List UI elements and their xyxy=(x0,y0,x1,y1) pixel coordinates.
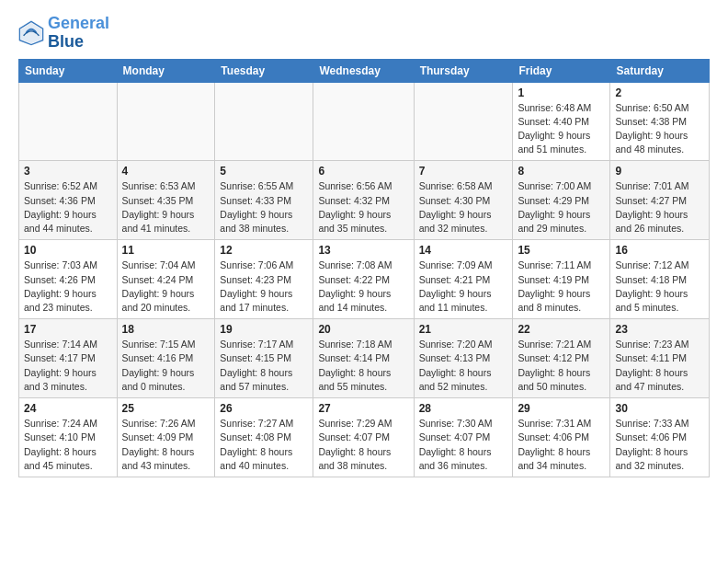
calendar-cell: 23Sunrise: 7:23 AM Sunset: 4:11 PM Dayli… xyxy=(610,319,710,398)
day-info: Sunrise: 6:58 AM Sunset: 4:30 PM Dayligh… xyxy=(419,179,508,236)
day-number: 29 xyxy=(518,402,605,415)
day-number: 10 xyxy=(24,244,112,257)
day-info: Sunrise: 7:24 AM Sunset: 4:10 PM Dayligh… xyxy=(24,417,112,473)
day-number: 27 xyxy=(318,402,408,415)
calendar-week-4: 17Sunrise: 7:14 AM Sunset: 4:17 PM Dayli… xyxy=(19,319,710,398)
day-info: Sunrise: 7:21 AM Sunset: 4:12 PM Dayligh… xyxy=(518,338,605,394)
day-number: 22 xyxy=(518,323,605,336)
day-number: 15 xyxy=(518,244,605,257)
day-number: 7 xyxy=(419,165,508,178)
day-info: Sunrise: 7:26 AM Sunset: 4:09 PM Dayligh… xyxy=(122,417,210,473)
header: GeneralBlue xyxy=(18,15,710,52)
calendar-cell: 9Sunrise: 7:01 AM Sunset: 4:27 PM Daylig… xyxy=(610,161,710,240)
day-number: 3 xyxy=(24,165,112,178)
calendar-cell: 1Sunrise: 6:48 AM Sunset: 4:40 PM Daylig… xyxy=(513,82,610,161)
page-container: GeneralBlue SundayMondayTuesdayWednesday… xyxy=(0,0,728,487)
day-number: 21 xyxy=(419,323,508,336)
day-info: Sunrise: 7:23 AM Sunset: 4:11 PM Dayligh… xyxy=(615,338,704,394)
weekday-header-wednesday: Wednesday xyxy=(313,59,414,82)
day-number: 17 xyxy=(24,323,112,336)
calendar-table: SundayMondayTuesdayWednesdayThursdayFrid… xyxy=(18,59,710,477)
calendar-cell xyxy=(313,82,414,161)
calendar-week-3: 10Sunrise: 7:03 AM Sunset: 4:26 PM Dayli… xyxy=(19,240,710,319)
logo-text: GeneralBlue xyxy=(48,15,109,52)
calendar-cell: 18Sunrise: 7:15 AM Sunset: 4:16 PM Dayli… xyxy=(117,319,215,398)
day-number: 28 xyxy=(419,402,508,415)
calendar-cell: 6Sunrise: 6:56 AM Sunset: 4:32 PM Daylig… xyxy=(313,161,414,240)
calendar-cell: 21Sunrise: 7:20 AM Sunset: 4:13 PM Dayli… xyxy=(414,319,513,398)
day-number: 30 xyxy=(615,402,704,415)
day-number: 4 xyxy=(122,165,210,178)
calendar-cell: 11Sunrise: 7:04 AM Sunset: 4:24 PM Dayli… xyxy=(117,240,215,319)
calendar-cell: 29Sunrise: 7:31 AM Sunset: 4:06 PM Dayli… xyxy=(513,398,610,477)
day-number: 9 xyxy=(615,165,704,178)
calendar-cell: 16Sunrise: 7:12 AM Sunset: 4:18 PM Dayli… xyxy=(610,240,710,319)
weekday-header-saturday: Saturday xyxy=(610,59,710,82)
calendar-cell: 13Sunrise: 7:08 AM Sunset: 4:22 PM Dayli… xyxy=(313,240,414,319)
weekday-header-tuesday: Tuesday xyxy=(215,59,313,82)
day-info: Sunrise: 7:12 AM Sunset: 4:18 PM Dayligh… xyxy=(615,259,704,315)
day-number: 23 xyxy=(615,323,704,336)
day-info: Sunrise: 7:27 AM Sunset: 4:08 PM Dayligh… xyxy=(220,417,308,473)
day-number: 5 xyxy=(220,165,308,178)
day-info: Sunrise: 6:55 AM Sunset: 4:33 PM Dayligh… xyxy=(220,179,308,236)
day-number: 13 xyxy=(318,244,408,257)
day-number: 24 xyxy=(24,402,112,415)
calendar-cell: 4Sunrise: 6:53 AM Sunset: 4:35 PM Daylig… xyxy=(117,161,215,240)
day-number: 12 xyxy=(220,244,308,257)
calendar-cell: 12Sunrise: 7:06 AM Sunset: 4:23 PM Dayli… xyxy=(215,240,313,319)
day-info: Sunrise: 7:01 AM Sunset: 4:27 PM Dayligh… xyxy=(615,179,704,236)
calendar-cell xyxy=(117,82,215,161)
weekday-header-thursday: Thursday xyxy=(414,59,513,82)
calendar-cell: 17Sunrise: 7:14 AM Sunset: 4:17 PM Dayli… xyxy=(19,319,118,398)
calendar-cell: 22Sunrise: 7:21 AM Sunset: 4:12 PM Dayli… xyxy=(513,319,610,398)
calendar-cell: 15Sunrise: 7:11 AM Sunset: 4:19 PM Dayli… xyxy=(513,240,610,319)
calendar-week-1: 1Sunrise: 6:48 AM Sunset: 4:40 PM Daylig… xyxy=(19,82,710,161)
day-info: Sunrise: 7:30 AM Sunset: 4:07 PM Dayligh… xyxy=(419,417,508,473)
calendar-week-5: 24Sunrise: 7:24 AM Sunset: 4:10 PM Dayli… xyxy=(19,398,710,477)
calendar-cell: 14Sunrise: 7:09 AM Sunset: 4:21 PM Dayli… xyxy=(414,240,513,319)
day-number: 11 xyxy=(122,244,210,257)
calendar-cell: 25Sunrise: 7:26 AM Sunset: 4:09 PM Dayli… xyxy=(117,398,215,477)
calendar-cell: 27Sunrise: 7:29 AM Sunset: 4:07 PM Dayli… xyxy=(313,398,414,477)
day-info: Sunrise: 7:03 AM Sunset: 4:26 PM Dayligh… xyxy=(24,259,112,315)
day-info: Sunrise: 7:17 AM Sunset: 4:15 PM Dayligh… xyxy=(220,338,308,394)
day-info: Sunrise: 6:53 AM Sunset: 4:35 PM Dayligh… xyxy=(122,179,210,236)
day-info: Sunrise: 6:50 AM Sunset: 4:38 PM Dayligh… xyxy=(615,101,704,157)
day-number: 19 xyxy=(220,323,308,336)
day-info: Sunrise: 7:29 AM Sunset: 4:07 PM Dayligh… xyxy=(318,417,408,473)
day-number: 25 xyxy=(122,402,210,415)
day-info: Sunrise: 6:48 AM Sunset: 4:40 PM Dayligh… xyxy=(518,101,605,157)
day-number: 2 xyxy=(615,86,704,99)
calendar-cell: 3Sunrise: 6:52 AM Sunset: 4:36 PM Daylig… xyxy=(19,161,118,240)
calendar-cell: 20Sunrise: 7:18 AM Sunset: 4:14 PM Dayli… xyxy=(313,319,414,398)
day-number: 14 xyxy=(419,244,508,257)
calendar-cell: 8Sunrise: 7:00 AM Sunset: 4:29 PM Daylig… xyxy=(513,161,610,240)
day-info: Sunrise: 7:15 AM Sunset: 4:16 PM Dayligh… xyxy=(122,338,210,394)
day-info: Sunrise: 7:00 AM Sunset: 4:29 PM Dayligh… xyxy=(518,179,605,236)
day-info: Sunrise: 7:09 AM Sunset: 4:21 PM Dayligh… xyxy=(419,259,508,315)
day-info: Sunrise: 7:20 AM Sunset: 4:13 PM Dayligh… xyxy=(419,338,508,394)
calendar-cell: 26Sunrise: 7:27 AM Sunset: 4:08 PM Dayli… xyxy=(215,398,313,477)
day-info: Sunrise: 7:08 AM Sunset: 4:22 PM Dayligh… xyxy=(318,259,408,315)
calendar-cell: 10Sunrise: 7:03 AM Sunset: 4:26 PM Dayli… xyxy=(19,240,118,319)
day-info: Sunrise: 7:14 AM Sunset: 4:17 PM Dayligh… xyxy=(24,338,112,394)
calendar-cell: 2Sunrise: 6:50 AM Sunset: 4:38 PM Daylig… xyxy=(610,82,710,161)
calendar-cell: 24Sunrise: 7:24 AM Sunset: 4:10 PM Dayli… xyxy=(19,398,118,477)
weekday-header-monday: Monday xyxy=(117,59,215,82)
logo-icon xyxy=(18,20,44,46)
day-number: 18 xyxy=(122,323,210,336)
day-number: 20 xyxy=(318,323,408,336)
calendar-week-2: 3Sunrise: 6:52 AM Sunset: 4:36 PM Daylig… xyxy=(19,161,710,240)
day-number: 8 xyxy=(518,165,605,178)
weekday-header-friday: Friday xyxy=(513,59,610,82)
weekday-header-sunday: Sunday xyxy=(19,59,118,82)
day-info: Sunrise: 6:52 AM Sunset: 4:36 PM Dayligh… xyxy=(24,179,112,236)
day-number: 26 xyxy=(220,402,308,415)
calendar-cell: 30Sunrise: 7:33 AM Sunset: 4:06 PM Dayli… xyxy=(610,398,710,477)
day-info: Sunrise: 7:18 AM Sunset: 4:14 PM Dayligh… xyxy=(318,338,408,394)
day-info: Sunrise: 7:11 AM Sunset: 4:19 PM Dayligh… xyxy=(518,259,605,315)
logo: GeneralBlue xyxy=(18,15,109,52)
calendar-cell xyxy=(414,82,513,161)
calendar-cell: 7Sunrise: 6:58 AM Sunset: 4:30 PM Daylig… xyxy=(414,161,513,240)
